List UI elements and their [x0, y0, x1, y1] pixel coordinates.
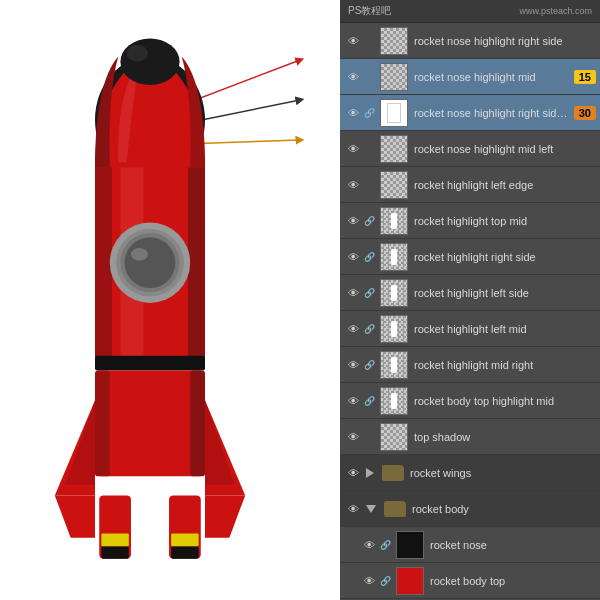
layer-row-15[interactable]: 👁🔗rocket nose [340, 527, 600, 563]
svg-rect-16 [95, 371, 110, 477]
folder-icon-14 [384, 501, 406, 517]
layers-list[interactable]: 👁rocket nose highlight right side👁rocket… [340, 23, 600, 600]
link-icon-6[interactable]: 🔗 [362, 212, 376, 230]
link-icon-15[interactable]: 🔗 [378, 536, 392, 554]
layer-row-9[interactable]: 👁🔗rocket highlight left mid [340, 311, 600, 347]
layer-name-2: rocket nose highlight mid [412, 71, 570, 83]
link-icon-12[interactable] [362, 428, 376, 446]
layer-row-8[interactable]: 👁🔗rocket highlight left side [340, 275, 600, 311]
link-icon-8[interactable]: 🔗 [362, 284, 376, 302]
svg-rect-15 [95, 371, 205, 477]
svg-rect-25 [101, 546, 129, 559]
layer-name-10: rocket highlight mid right [412, 359, 596, 371]
rocket-illustration [30, 30, 270, 580]
link-icon-11[interactable]: 🔗 [362, 392, 376, 410]
visibility-icon-1[interactable]: 👁 [344, 32, 362, 50]
layer-thumb-15 [396, 531, 424, 559]
svg-marker-19 [55, 495, 95, 537]
folder-layer-14[interactable]: 👁rocket body [340, 491, 600, 527]
svg-point-13 [125, 237, 176, 288]
layer-thumb-6 [380, 207, 408, 235]
layer-thumb-10 [380, 351, 408, 379]
svg-rect-6 [95, 157, 112, 369]
layer-row-11[interactable]: 👁🔗rocket body top highlight mid [340, 383, 600, 419]
layer-thumb-2 [380, 63, 408, 91]
layer-name-7: rocket highlight right side [412, 251, 596, 263]
layer-name-14: rocket body [410, 503, 596, 515]
svg-marker-22 [205, 495, 245, 537]
layer-name-13: rocket wings [408, 467, 596, 479]
link-icon-10[interactable]: 🔗 [362, 356, 376, 374]
layer-name-4: rocket nose highlight mid left [412, 143, 596, 155]
layer-name-11: rocket body top highlight mid [412, 395, 596, 407]
visibility-icon-7[interactable]: 👁 [344, 248, 362, 266]
layers-header: PS教程吧 www.psteach.com [340, 0, 600, 23]
svg-rect-28 [171, 546, 199, 559]
visibility-icon-10[interactable]: 👁 [344, 356, 362, 374]
layer-thumb-1 [380, 27, 408, 55]
svg-rect-7 [188, 157, 205, 369]
folder-toggle-13[interactable] [366, 468, 374, 478]
canvas-panel [0, 0, 340, 600]
visibility-icon-4[interactable]: 👁 [344, 140, 362, 158]
link-icon-16[interactable]: 🔗 [378, 572, 392, 590]
layer-thumb-4 [380, 135, 408, 163]
layer-badge-2: 15 [574, 70, 596, 84]
layer-row-12[interactable]: 👁top shadow [340, 419, 600, 455]
layer-thumb-7 [380, 243, 408, 271]
link-icon-4[interactable] [362, 140, 376, 158]
layer-name-6: rocket highlight top mid [412, 215, 596, 227]
visibility-icon-14[interactable]: 👁 [344, 500, 362, 518]
link-icon-7[interactable]: 🔗 [362, 248, 376, 266]
layer-row-16[interactable]: 👁🔗rocket body top [340, 563, 600, 599]
layer-name-15: rocket nose [428, 539, 596, 551]
svg-point-30 [120, 38, 179, 85]
layer-row-7[interactable]: 👁🔗rocket highlight right side [340, 239, 600, 275]
watermark-text: PS教程吧 [348, 4, 391, 18]
visibility-icon-12[interactable]: 👁 [344, 428, 362, 446]
layer-row-6[interactable]: 👁🔗rocket highlight top mid [340, 203, 600, 239]
layer-name-16: rocket body top [428, 575, 596, 587]
layer-thumb-16 [396, 567, 424, 595]
visibility-icon-2[interactable]: 👁 [344, 68, 362, 86]
link-icon-9[interactable]: 🔗 [362, 320, 376, 338]
visibility-icon-6[interactable]: 👁 [344, 212, 362, 230]
link-icon-3[interactable]: 🔗 [362, 104, 376, 122]
visibility-icon-9[interactable]: 👁 [344, 320, 362, 338]
layer-thumb-5 [380, 171, 408, 199]
link-icon-5[interactable] [362, 176, 376, 194]
visibility-icon-13[interactable]: 👁 [344, 464, 362, 482]
layer-name-3: rocket nose highlight right side dn [412, 107, 570, 119]
layer-row-5[interactable]: 👁rocket highlight left edge [340, 167, 600, 203]
link-icon-1[interactable] [362, 32, 376, 50]
visibility-icon-11[interactable]: 👁 [344, 392, 362, 410]
folder-icon-13 [382, 465, 404, 481]
svg-rect-9 [95, 356, 205, 371]
svg-rect-17 [190, 371, 205, 477]
watermark-url: www.psteach.com [519, 6, 592, 16]
layer-row-3[interactable]: 👁🔗rocket nose highlight right side dn30 [340, 95, 600, 131]
folder-toggle-14[interactable] [366, 505, 376, 513]
visibility-icon-3[interactable]: 👁 [344, 104, 362, 122]
visibility-icon-16[interactable]: 👁 [360, 572, 378, 590]
layer-badge-3: 30 [574, 106, 596, 120]
svg-point-31 [127, 45, 148, 62]
visibility-icon-8[interactable]: 👁 [344, 284, 362, 302]
folder-layer-13[interactable]: 👁rocket wings [340, 455, 600, 491]
layer-row-4[interactable]: 👁rocket nose highlight mid left [340, 131, 600, 167]
layer-row-10[interactable]: 👁🔗rocket highlight mid right [340, 347, 600, 383]
link-icon-2[interactable] [362, 68, 376, 86]
layer-name-8: rocket highlight left side [412, 287, 596, 299]
layer-row-2[interactable]: 👁rocket nose highlight mid15 [340, 59, 600, 95]
visibility-icon-5[interactable]: 👁 [344, 176, 362, 194]
layer-name-1: rocket nose highlight right side [412, 35, 596, 47]
visibility-icon-15[interactable]: 👁 [360, 536, 378, 554]
layer-name-12: top shadow [412, 431, 596, 443]
layer-thumb-8 [380, 279, 408, 307]
layer-row-1[interactable]: 👁rocket nose highlight right side [340, 23, 600, 59]
layer-thumb-9 [380, 315, 408, 343]
svg-rect-29 [171, 533, 199, 546]
layer-thumb-12 [380, 423, 408, 451]
layer-name-5: rocket highlight left edge [412, 179, 596, 191]
svg-point-14 [131, 248, 148, 261]
